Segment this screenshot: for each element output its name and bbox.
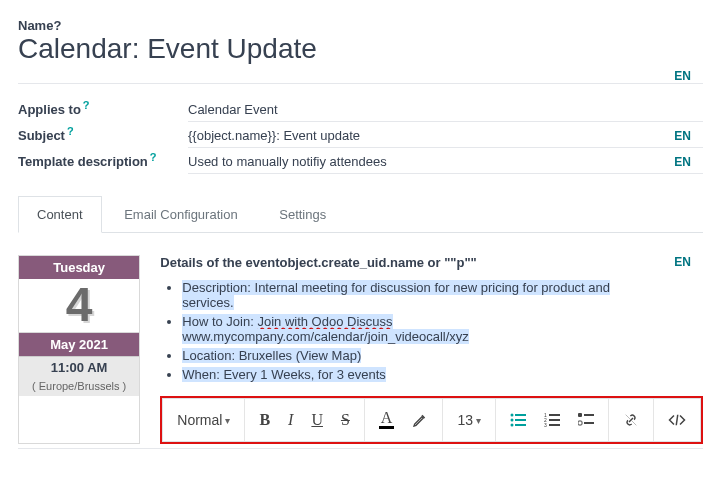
highlight-color-button[interactable] (406, 408, 434, 432)
ordered-list-button[interactable]: 123 (538, 409, 566, 431)
svg-rect-3 (515, 419, 526, 421)
template-description-lang-en[interactable]: EN (674, 155, 703, 169)
applies-to-label: Applies to? (18, 102, 188, 122)
font-size-dropdown[interactable]: 13▾ (451, 408, 487, 432)
unlink-icon (623, 412, 639, 428)
code-icon (668, 413, 686, 427)
subject-row: Subject? {{object.name}}: Event update E… (18, 128, 703, 148)
bottom-divider (18, 448, 703, 449)
calendar-month: May 2021 (19, 333, 139, 356)
detail-how-to-join: How to Join: Join with Odoo Discuss www.… (182, 314, 703, 344)
svg-rect-15 (584, 422, 594, 424)
content-lang-en[interactable]: EN (674, 255, 703, 270)
editor-toolbar-highlight: Normal▾ B I U S A 13▾ (160, 396, 703, 444)
checklist-icon (578, 413, 594, 427)
template-description-label: Template description? (18, 154, 188, 174)
svg-rect-1 (515, 414, 526, 416)
svg-rect-12 (578, 413, 582, 417)
bullet-list-icon (510, 413, 526, 427)
unordered-list-button[interactable] (504, 409, 532, 431)
svg-rect-11 (549, 424, 560, 426)
svg-point-2 (511, 419, 514, 422)
detail-location: Location: Bruxelles (View Map) (182, 348, 703, 363)
calendar-widget: Tuesday 4 May 2021 11:00 AM ( Europe/Bru… (18, 255, 140, 444)
tabs: Content Email Configuration Settings (18, 196, 703, 233)
brush-icon (412, 412, 428, 428)
svg-point-0 (511, 414, 514, 417)
calendar-time: 11:00 AM (19, 356, 139, 378)
event-details-list[interactable]: Description: Internal meeting for discus… (160, 280, 703, 382)
bold-button[interactable]: B (253, 407, 276, 433)
tab-content[interactable]: Content (18, 196, 102, 233)
paragraph-style-dropdown[interactable]: Normal▾ (171, 408, 236, 432)
template-description-row: Template description? Used to manually n… (18, 154, 703, 174)
tab-content-body: Tuesday 4 May 2021 11:00 AM ( Europe/Bru… (18, 233, 703, 444)
tab-settings[interactable]: Settings (260, 196, 345, 233)
content-heading: Details of the eventobject.create_uid.na… (160, 255, 477, 270)
svg-rect-14 (578, 421, 582, 425)
applies-to-value[interactable]: Calendar Event (188, 102, 703, 122)
detail-description: Description: Internal meeting for discus… (182, 280, 703, 310)
svg-rect-5 (515, 424, 526, 426)
calendar-weekday: Tuesday (19, 256, 139, 279)
subject-label: Subject? (18, 128, 188, 148)
name-lang-en[interactable]: EN (674, 69, 703, 83)
name-value[interactable]: Calendar: Event Update (18, 33, 674, 65)
tab-email-configuration[interactable]: Email Configuration (105, 196, 256, 233)
strikethrough-button[interactable]: S (335, 407, 356, 433)
numbered-list-icon: 123 (544, 413, 560, 427)
underline-button[interactable]: U (305, 407, 329, 433)
detail-when: When: Every 1 Weeks, for 3 events (182, 367, 703, 382)
name-label: Name? (18, 18, 674, 33)
svg-rect-7 (549, 414, 560, 416)
calendar-day: 4 (19, 279, 139, 332)
unlink-button[interactable] (617, 408, 645, 432)
editor-toolbar: Normal▾ B I U S A 13▾ (162, 398, 701, 442)
applies-to-row: Applies to? Calendar Event (18, 102, 703, 122)
svg-point-4 (511, 424, 514, 427)
subject-lang-en[interactable]: EN (674, 129, 703, 143)
name-field-row: Name? Calendar: Event Update EN (18, 18, 703, 84)
svg-rect-9 (549, 419, 560, 421)
svg-text:3: 3 (544, 422, 547, 427)
svg-rect-13 (584, 414, 594, 416)
checklist-button[interactable] (572, 409, 600, 431)
code-view-button[interactable] (662, 409, 692, 431)
italic-button[interactable]: I (282, 407, 299, 433)
subject-value[interactable]: {{object.name}}: Event update EN (188, 128, 703, 148)
calendar-timezone: ( Europe/Brussels ) (19, 378, 139, 396)
template-description-value[interactable]: Used to manually notifiy attendees EN (188, 154, 703, 174)
font-color-button[interactable]: A (373, 407, 401, 432)
